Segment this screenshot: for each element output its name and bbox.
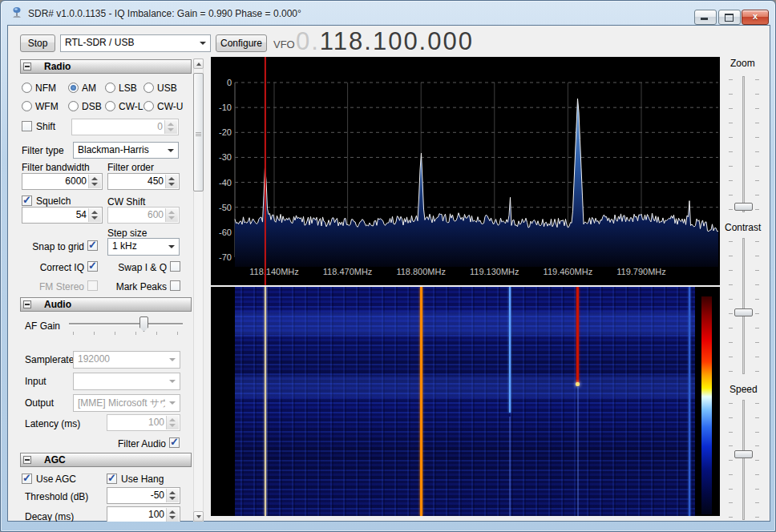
filter-audio-checkbox[interactable] xyxy=(169,437,180,448)
samplerate-select[interactable]: 192000 xyxy=(73,351,180,369)
audio-group-header: Audio xyxy=(20,297,192,312)
use-hang-checkbox[interactable] xyxy=(107,474,117,484)
use-hang-label: Use Hang xyxy=(121,474,164,485)
filter-bandwidth-field[interactable]: 6000 xyxy=(22,173,103,190)
zoom-slider-track[interactable] xyxy=(742,76,745,212)
mode-radio-wfm[interactable] xyxy=(22,101,32,111)
snap-to-grid-checkbox[interactable] xyxy=(87,240,98,251)
mode-radio-am[interactable] xyxy=(68,83,79,93)
af-gain-slider-track[interactable] xyxy=(69,323,183,324)
mode-label-am: AM xyxy=(82,83,96,94)
threshold-label: Threshold (dB) xyxy=(25,491,88,502)
app-window: SDR# v1.0.0.1135 - IQ Imbalance: Gain = … xyxy=(0,0,776,532)
filter-bandwidth-spinner[interactable] xyxy=(88,175,101,188)
waterfall-signal xyxy=(509,287,511,413)
mark-peaks-checkbox[interactable] xyxy=(170,280,180,291)
af-gain-slider-thumb[interactable] xyxy=(139,316,148,332)
shift-field[interactable]: 0 xyxy=(71,119,179,135)
waterfall-signal xyxy=(576,287,579,383)
use-agc-label: Use AGC xyxy=(36,474,76,485)
step-size-label: Step size xyxy=(107,228,147,239)
collapse-audio-button[interactable] xyxy=(23,300,31,308)
collapse-radio-button[interactable] xyxy=(23,62,31,71)
radio-group-header: Radio xyxy=(20,59,192,74)
correct-iq-label: Correct IQ xyxy=(9,262,84,273)
svg-text:118.140MHz: 118.140MHz xyxy=(249,267,299,276)
scrollbar-thumb[interactable] xyxy=(193,73,204,191)
zoom-slider-thumb[interactable] xyxy=(734,203,753,211)
contrast-slider-thumb[interactable] xyxy=(734,308,753,316)
filter-bandwidth-label: Filter bandwidth xyxy=(22,162,90,173)
filter-audio-label: Filter Audio xyxy=(89,438,166,449)
filter-type-select[interactable]: Blackman-Harris xyxy=(73,142,179,159)
squelch-field[interactable]: 54 xyxy=(22,207,103,224)
swap-iq-label: Swap I & Q xyxy=(95,262,167,273)
shift-spinner[interactable] xyxy=(164,120,177,134)
waterfall-color-legend xyxy=(701,296,712,514)
waterfall-display[interactable] xyxy=(211,287,720,516)
svg-text:-50: -50 xyxy=(219,203,232,212)
squelch-checkbox[interactable] xyxy=(22,195,32,206)
triangle-up-icon xyxy=(196,62,201,66)
mode-radio-lsb[interactable] xyxy=(105,83,115,93)
waterfall-signal xyxy=(420,287,422,516)
filter-order-label: Filter order xyxy=(107,162,154,173)
waterfall-signal-faint xyxy=(509,417,511,516)
contrast-slider-track[interactable] xyxy=(742,238,745,374)
agc-group-header: AGC xyxy=(20,453,192,467)
mode-radio-cwl[interactable] xyxy=(105,101,115,111)
chevron-down-icon xyxy=(169,401,176,405)
speed-slider-thumb[interactable] xyxy=(734,450,753,458)
shift-checkbox[interactable] xyxy=(22,121,32,131)
use-agc-checkbox[interactable] xyxy=(22,474,32,484)
chevron-down-icon xyxy=(169,380,176,383)
spectrum-display[interactable]: 118.140MHz118.470MHz118.800MHz119.130MHz… xyxy=(211,57,720,285)
speed-slider-label: Speed xyxy=(730,384,758,395)
svg-text:0: 0 xyxy=(227,78,232,87)
scrollbar-down-button[interactable] xyxy=(193,511,204,522)
waterfall-signal-faint xyxy=(577,387,579,516)
mode-label-cwl: CW-L xyxy=(119,101,143,112)
output-select[interactable]: [MME] Microsoft サウ xyxy=(73,394,180,412)
decay-spinner[interactable] xyxy=(166,508,179,522)
mode-label-nfm: NFM xyxy=(35,83,56,94)
mode-radio-dsb[interactable] xyxy=(68,101,79,111)
latency-spinner[interactable] xyxy=(166,416,179,429)
spectrum-plot: 118.140MHz118.470MHz118.800MHz119.130MHz… xyxy=(211,57,720,285)
mode-label-lsb: LSB xyxy=(119,83,137,94)
speed-slider-track[interactable] xyxy=(742,400,745,520)
svg-text:-20: -20 xyxy=(219,127,232,137)
samplerate-label: Samplerate xyxy=(25,354,74,365)
waterfall-signal-tip xyxy=(576,382,580,386)
cw-shift-spinner[interactable] xyxy=(165,208,178,222)
svg-text:-10: -10 xyxy=(219,103,232,112)
filter-order-spinner[interactable] xyxy=(165,175,178,188)
threshold-spinner[interactable] xyxy=(166,489,179,502)
scrollbar-up-button[interactable] xyxy=(193,58,204,69)
triangle-down-icon xyxy=(196,515,201,518)
svg-text:118.800MHz: 118.800MHz xyxy=(396,267,446,276)
decay-label: Decay (ms) xyxy=(25,511,74,522)
cw-shift-field[interactable]: 600 xyxy=(107,207,180,224)
svg-text:-40: -40 xyxy=(219,178,232,187)
collapse-agc-button[interactable] xyxy=(23,456,31,464)
mode-radio-cwu[interactable] xyxy=(143,101,154,111)
latency-field[interactable]: 100 xyxy=(107,414,180,431)
filter-order-field[interactable]: 450 xyxy=(107,173,180,190)
decay-field[interactable]: 100 xyxy=(107,506,180,522)
waterfall-signal xyxy=(265,287,266,516)
contrast-slider-label: Contrast xyxy=(725,222,761,233)
af-gain-label: AF Gain xyxy=(25,320,60,332)
threshold-field[interactable]: -50 xyxy=(107,487,180,504)
waterfall-signal xyxy=(689,287,690,516)
svg-text:-30: -30 xyxy=(219,152,232,162)
squelch-spinner[interactable] xyxy=(88,208,101,222)
step-size-select[interactable]: 1 kHz xyxy=(107,238,180,256)
swap-iq-checkbox[interactable] xyxy=(170,261,180,272)
shift-label: Shift xyxy=(36,121,55,132)
input-select[interactable] xyxy=(73,373,180,390)
mode-radio-usb[interactable] xyxy=(143,83,154,93)
mode-radio-nfm[interactable] xyxy=(22,83,32,93)
svg-text:119.790MHz: 119.790MHz xyxy=(616,267,666,276)
filter-type-label: Filter type xyxy=(22,145,64,156)
